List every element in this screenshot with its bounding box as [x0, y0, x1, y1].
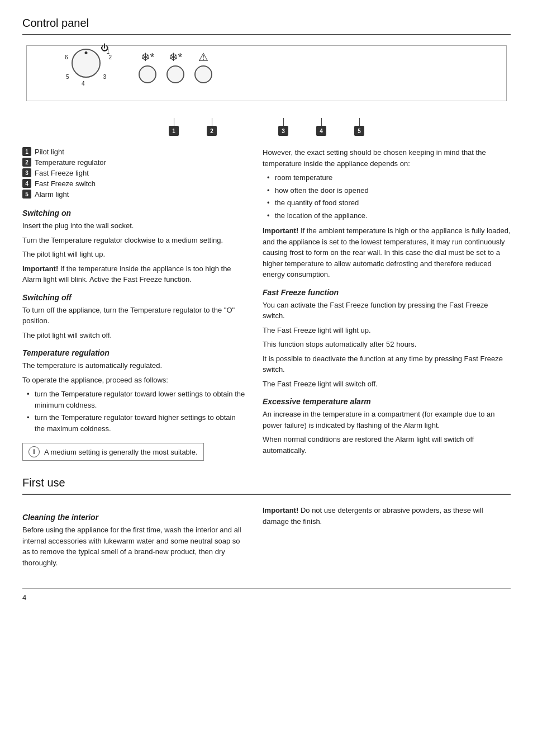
- component-num-1: 1: [22, 147, 31, 156]
- fast-freeze-title: Fast Freeze function: [263, 288, 511, 297]
- diag-num-box-4: 4: [316, 126, 326, 136]
- switching-on-important: Important! If the temperature inside the…: [22, 263, 246, 285]
- switching-on-p1: Insert the plug into the wall socket.: [22, 220, 246, 231]
- page-number: 4: [22, 588, 511, 602]
- diag-label-2: 2: [207, 118, 217, 136]
- fast-freeze-p2: The Fast Freeze light will light up.: [263, 325, 511, 336]
- excessive-temp-p1: An increase in the temperature in a comp…: [263, 409, 511, 431]
- right-bullet-1: room temperature: [267, 172, 511, 183]
- excessive-temp-p2: When normal conditions are restored the …: [263, 434, 511, 456]
- component-item-5: 5 Alarm light: [22, 190, 246, 199]
- right-bullets: room temperature how often the door is o…: [267, 172, 511, 221]
- component-num-5: 5: [22, 190, 31, 199]
- snowflake-icon-2: ❄*: [169, 50, 183, 64]
- fast-freeze-p3: This function stops automatically after …: [263, 339, 511, 350]
- fast-freeze-light-2-diagram: ❄*: [166, 50, 184, 83]
- diag-num-box-2: 2: [207, 126, 217, 136]
- component-num-3: 3: [22, 168, 31, 177]
- knob-circle: 1 2 3 4 5 6: [72, 49, 101, 78]
- component-item-3: 3 Fast Freeze light: [22, 168, 246, 177]
- left-column: 1 Pilot light 2 Temperature regulator 3 …: [22, 147, 246, 465]
- important-label-3: Important!: [263, 506, 298, 514]
- switching-off-p2: The pilot light will switch off.: [22, 330, 246, 341]
- cleaning-title: Cleaning the interior: [22, 513, 246, 522]
- cleaning-paragraph: Before using the appliance for the first…: [22, 525, 246, 568]
- component-label-3: Fast Freeze light: [35, 169, 89, 177]
- alarm-light-diagram: ⚠: [194, 50, 212, 83]
- temp-reg-bullet-1: turn the Temperature regulator toward lo…: [27, 389, 246, 410]
- right-column: However, the exact setting should be cho…: [263, 147, 511, 465]
- fast-freeze-p5: The Fast Freeze light will switch off.: [263, 379, 511, 390]
- first-use-title: First use: [22, 476, 511, 489]
- diag-label-5: 5: [354, 118, 364, 136]
- diag-label-3: 3: [278, 118, 288, 136]
- section-divider: [22, 34, 511, 35]
- component-item-4: 4 Fast Freeze switch: [22, 179, 246, 188]
- knob-numbers: 1 2 3 4 5 6: [73, 50, 102, 79]
- knob-num-3: 3: [103, 74, 106, 80]
- excessive-temp-title: Excessive temperature alarm: [263, 397, 511, 406]
- switching-off-p1: To turn off the appliance, turn the Temp…: [22, 305, 246, 327]
- component-item-2: 2 Temperature regulator: [22, 158, 246, 167]
- light-circle-2: [166, 65, 184, 83]
- component-list: 1 Pilot light 2 Temperature regulator 3 …: [22, 147, 246, 199]
- cleaning-column: Cleaning the interior Before using the a…: [22, 505, 246, 571]
- light-circle-3: [194, 65, 212, 83]
- switching-on-p3: The pilot light will light up.: [22, 249, 246, 260]
- right-bullet-4: the location of the appliance.: [267, 210, 511, 221]
- knob-num-2: 2: [108, 54, 112, 60]
- temp-reg-title: Temperature regulation: [22, 348, 246, 357]
- diag-label-4: 4: [316, 118, 326, 136]
- temp-reg-p1: The temperature is automatically regulat…: [22, 360, 246, 371]
- cleaning-important: Important! Do not use detergents or abra…: [263, 505, 511, 527]
- fast-freeze-p4: It is possible to deactivate the functio…: [263, 353, 511, 375]
- knob-num-6: 6: [65, 54, 68, 60]
- component-label-1: Pilot light: [35, 148, 64, 156]
- component-num-4: 4: [22, 179, 31, 188]
- switching-on-p2: Turn the Temperature regulator clockwise…: [22, 235, 246, 246]
- diag-label-1: 1: [169, 118, 179, 136]
- first-use-divider: [22, 494, 511, 495]
- fast-freeze-light-1-diagram: ❄*: [139, 50, 156, 83]
- temp-reg-bullet-2: turn the Temperature regulator toward hi…: [27, 412, 246, 434]
- right-bullet-3: the quantity of food stored: [267, 197, 511, 209]
- temp-reg-p2: To operate the appliance, proceed as fol…: [22, 375, 246, 386]
- temp-reg-bullets: turn the Temperature regulator toward lo…: [27, 389, 246, 434]
- right-bullet-2: how often the door is opened: [267, 185, 511, 196]
- fast-freeze-p1: You can activate the Fast Freeze functio…: [263, 300, 511, 322]
- diag-num-box-1: 1: [169, 126, 179, 136]
- component-label-5: Alarm light: [35, 190, 69, 199]
- knob-num-4: 4: [82, 81, 85, 87]
- main-content: 1 Pilot light 2 Temperature regulator 3 …: [22, 147, 511, 465]
- switching-on-title: Switching on: [22, 209, 246, 218]
- important-label-2: Important!: [263, 226, 298, 235]
- component-item-1: 1 Pilot light: [22, 147, 246, 156]
- right-important: Important! If the ambient temperature is…: [263, 225, 511, 280]
- first-use-columns: Cleaning the interior Before using the a…: [22, 505, 511, 571]
- switching-off-title: Switching off: [22, 293, 246, 302]
- knob-num-5: 5: [66, 74, 69, 80]
- warning-icon: ⚠: [198, 50, 208, 64]
- info-box: i A medium setting is generally the most…: [22, 443, 204, 461]
- important-label-1: Important!: [22, 264, 58, 273]
- component-num-2: 2: [22, 158, 31, 167]
- info-icon: i: [28, 446, 40, 457]
- right-intro: However, the exact setting should be cho…: [263, 147, 511, 169]
- diag-num-box-5: 5: [354, 126, 364, 136]
- control-panel-diagram: ⏻ 1 2 3 4 5 6 ❄* ❄* ⚠: [26, 45, 507, 101]
- diag-num-box-3: 3: [278, 126, 288, 136]
- page-title: Control panel: [22, 17, 511, 30]
- component-label-4: Fast Freeze switch: [35, 179, 96, 188]
- snowflake-icon-1: ❄*: [141, 50, 155, 64]
- component-label-2: Temperature regulator: [35, 158, 106, 167]
- first-use-section: First use Cleaning the interior Before u…: [22, 476, 511, 571]
- lights-group-diagram: ❄* ❄* ⚠: [139, 50, 212, 83]
- right-important-text: If the ambient temperature is high or th…: [263, 226, 511, 278]
- cleaning-important-column: Important! Do not use detergents or abra…: [263, 505, 511, 571]
- light-circle-1: [139, 65, 156, 83]
- temperature-knob-diagram: ⏻ 1 2 3 4 5 6: [72, 49, 101, 78]
- info-box-text: A medium setting is generally the most s…: [44, 448, 198, 456]
